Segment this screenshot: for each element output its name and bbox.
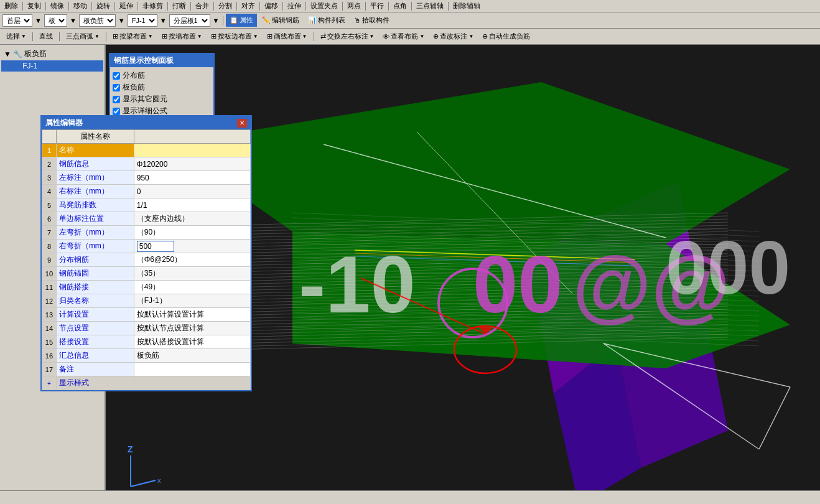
row-number: 15 <box>42 335 57 349</box>
menu-threeaxis[interactable]: 三点辅轴 <box>414 1 445 11</box>
rebar-panel-title: 钢筋显示控制面板 <box>110 54 213 67</box>
top-toolbar: 删除 复制 镜像 移动 旋转 延伸 非修剪 打断 合并 分割 对齐 偏移 拉伸 … <box>0 0 820 12</box>
check-note-btn[interactable]: ⊕ 查改标注 ▼ <box>429 30 477 43</box>
component-list-btn[interactable]: 📊 构件列表 <box>304 14 349 27</box>
prop-value-cell[interactable] <box>134 376 250 390</box>
arc-dropdown[interactable]: ▼ <box>95 34 100 39</box>
prop-value-cell[interactable]: （支座内边线） <box>134 212 250 226</box>
rebar-label-3: 显示其它圆元 <box>123 94 167 105</box>
menu-align[interactable]: 对齐 <box>240 1 257 11</box>
check-dropdown[interactable]: ▼ <box>468 34 473 39</box>
type-select[interactable]: 板 <box>44 14 67 27</box>
rebar-select[interactable]: 板负筋 <box>79 14 116 27</box>
col-value <box>134 130 250 144</box>
tree-item-fj1[interactable]: ● FJ-1 <box>1 60 103 72</box>
property-editor-title-text: 属性编辑器 <box>45 118 83 128</box>
third-toolbar: 选择 ▼ 直线 三点画弧 ▼ ⊞ 按梁布置 ▼ ⊞ 按墙布置 ▼ ⊞ 按板边布置… <box>0 29 820 45</box>
wall-dropdown[interactable]: ▼ <box>197 34 202 39</box>
value-input[interactable] <box>137 241 174 252</box>
rebar-id-select[interactable]: FJ-1 <box>128 14 157 27</box>
view-rebar-btn[interactable]: 👁 查看布筋 ▼ <box>379 30 428 43</box>
prop-value-cell[interactable]: 按默认节点设置计算 <box>134 322 250 335</box>
prop-name-cell: 名称 <box>56 144 134 157</box>
swap-dropdown[interactable]: ▼ <box>370 34 375 39</box>
level-select[interactable]: 首层 <box>2 14 32 27</box>
rebar-check-4[interactable] <box>113 108 120 115</box>
property-editor-close[interactable]: ✕ <box>237 119 247 128</box>
edit-rebar-btn[interactable]: ✏️ 编辑钢筋 <box>258 14 303 27</box>
table-row: 3左标注（mm）950 <box>42 171 251 185</box>
slab-dropdown[interactable]: ▼ <box>253 34 258 39</box>
table-row: 9分布钢筋（Φ6@250） <box>42 253 251 267</box>
menu-untrim[interactable]: 非修剪 <box>141 1 165 11</box>
expand-icon[interactable]: + <box>47 380 51 387</box>
prop-value-cell[interactable] <box>134 240 250 253</box>
table-row: 13计算设置按默认计算设置计算 <box>42 308 251 322</box>
draw-line-btn[interactable]: ⊞ 画线布置 ▼ <box>263 30 311 43</box>
view-dropdown[interactable]: ▼ <box>419 34 424 39</box>
prop-value-cell[interactable]: （Φ6@250） <box>134 253 250 267</box>
by-beam-btn[interactable]: ⊞ 按梁布置 ▼ <box>109 30 157 43</box>
select-btn[interactable]: 选择 ▼ <box>2 30 30 43</box>
beam-dropdown[interactable]: ▼ <box>148 34 153 39</box>
by-slab-edge-btn[interactable]: ⊞ 按板边布置 ▼ <box>207 30 262 43</box>
rebar-label-1: 分布筋 <box>123 70 145 81</box>
menu-mirror[interactable]: 镜像 <box>49 1 66 11</box>
draw-dropdown[interactable]: ▼ <box>302 34 307 39</box>
menu-twopoint[interactable]: 两点 <box>345 1 363 11</box>
by-wall-btn[interactable]: ⊞ 按墙布置 ▼ <box>158 30 206 43</box>
menu-break[interactable]: 打断 <box>170 1 188 11</box>
menu-deleteaxis[interactable]: 删除辅轴 <box>451 1 482 11</box>
menu-parallel[interactable]: 平行 <box>368 1 386 11</box>
col-num <box>42 130 57 144</box>
menu-delete[interactable]: 删除 <box>2 1 20 11</box>
prop-value-cell[interactable]: 板负筋 <box>134 349 250 363</box>
view-icon: 👁 <box>383 33 389 40</box>
table-row: 7左弯折（mm）（90） <box>42 226 251 240</box>
prop-name-cell: 左标注（mm） <box>56 171 134 185</box>
swap-note-btn[interactable]: ⇄ 交换左右标注 ▼ <box>317 30 378 43</box>
list-icon: 📊 <box>308 16 317 24</box>
prop-value-cell[interactable]: （FJ-1） <box>134 294 250 308</box>
menu-stretch[interactable]: 拉伸 <box>286 1 303 11</box>
layer-select[interactable]: 分层板1 <box>169 14 210 27</box>
row-number: + <box>42 376 57 390</box>
tree-expand-icon[interactable]: ▼ <box>4 50 11 58</box>
rebar-icon: 🔧 <box>13 50 22 58</box>
svg-text:000: 000 <box>666 226 790 309</box>
menu-merge[interactable]: 合并 <box>193 1 211 11</box>
menu-rotate[interactable]: 旋转 <box>95 1 112 11</box>
prop-value-cell[interactable]: （35） <box>134 267 250 281</box>
prop-value-cell[interactable] <box>134 144 250 157</box>
select-dropdown[interactable]: ▼ <box>21 34 26 39</box>
row-number: 6 <box>42 212 57 226</box>
prop-value-cell[interactable]: （90） <box>134 226 250 240</box>
prop-value-cell[interactable] <box>134 363 250 376</box>
rebar-check-3[interactable] <box>113 96 120 103</box>
prop-value-cell[interactable]: 950 <box>134 171 250 185</box>
menu-extend[interactable]: 延伸 <box>118 1 135 11</box>
menu-setpoint[interactable]: 设置夹点 <box>309 1 340 11</box>
row-number: 16 <box>42 349 57 363</box>
property-btn[interactable]: 📋 属性 <box>226 14 257 27</box>
prop-value-cell[interactable]: （49） <box>134 281 250 294</box>
prop-value-cell[interactable]: Φ120200 <box>134 157 250 171</box>
tree-category[interactable]: ▼ 🔧 板负筋 <box>1 47 103 60</box>
arc-btn[interactable]: 三点画弧 ▼ <box>62 30 103 43</box>
rebar-check-2[interactable] <box>113 84 120 91</box>
menu-angle[interactable]: 点角 <box>391 1 409 11</box>
menu-offset[interactable]: 偏移 <box>263 1 280 11</box>
menu-split[interactable]: 分割 <box>217 1 234 11</box>
prop-value-cell[interactable]: 按默认计算设置计算 <box>134 308 250 322</box>
menu-copy[interactable]: 复制 <box>26 1 43 11</box>
line-btn[interactable]: 直线 <box>35 30 57 43</box>
row-number: 8 <box>42 240 57 253</box>
prop-name-cell: 搭接设置 <box>56 335 134 349</box>
menu-move[interactable]: 移动 <box>72 1 89 11</box>
rebar-check-1[interactable] <box>113 72 120 80</box>
prop-value-cell[interactable]: 按默认搭接设置计算 <box>134 335 250 349</box>
pick-btn[interactable]: 🖱 拾取构件 <box>350 14 393 27</box>
prop-value-cell[interactable]: 1/1 <box>134 198 250 212</box>
auto-gen-btn[interactable]: ⊕ 自动生成负筋 <box>478 30 534 43</box>
prop-value-cell[interactable]: 0 <box>134 185 250 198</box>
